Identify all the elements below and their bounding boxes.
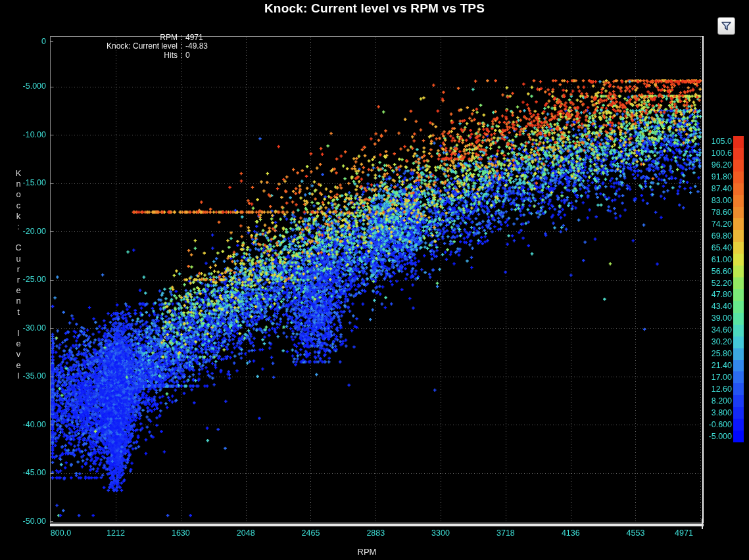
color-scale-label: 91.80 xyxy=(683,172,732,181)
color-scale-label: 69.80 xyxy=(683,231,732,241)
color-scale-label: 47.80 xyxy=(683,290,732,299)
color-scale-segment xyxy=(733,419,744,431)
x-tick-label: 1630 xyxy=(160,528,202,538)
x-tick-label: 2883 xyxy=(354,528,397,538)
color-scale-segment xyxy=(733,348,744,360)
color-scale-label: 56.60 xyxy=(683,267,732,276)
readout-label: Hits xyxy=(66,51,178,60)
readout-value: 4971 xyxy=(185,34,225,42)
color-scale-label: 78.60 xyxy=(683,208,732,217)
color-scale-label: 21.40 xyxy=(683,361,732,370)
color-scale-segment xyxy=(733,383,744,395)
x-tick-label: 4136 xyxy=(550,528,592,538)
color-scale-label: 43.40 xyxy=(683,302,732,311)
color-scale-segment xyxy=(733,254,744,266)
color-scale-segment xyxy=(733,218,744,230)
color-scale-label: 105.0 xyxy=(683,137,732,146)
color-scale-label: 34.60 xyxy=(683,325,732,335)
color-scale-segment xyxy=(733,301,744,313)
color-scale-label: -0.600 xyxy=(683,420,732,429)
color-scale-label: 74.20 xyxy=(683,220,732,229)
color-scale-label: 65.40 xyxy=(683,243,732,252)
color-scale-segment xyxy=(733,277,744,289)
chart-title: Knock: Current level vs RPM vs TPS xyxy=(0,1,749,16)
color-scale-segment xyxy=(733,195,744,207)
scatter-plot-canvas[interactable] xyxy=(0,0,749,560)
color-scale-segment xyxy=(733,148,744,160)
color-scale-label: 30.20 xyxy=(683,337,732,346)
y-tick-label: -5.000 xyxy=(3,82,46,91)
readout-label: Knock: Current level xyxy=(66,42,178,51)
color-scale-segment xyxy=(733,183,744,195)
color-scale xyxy=(733,136,744,442)
color-scale-segment xyxy=(733,172,744,183)
color-scale-segment xyxy=(733,313,744,325)
color-scale-label: 17.00 xyxy=(683,373,732,382)
color-scale-segment xyxy=(733,407,744,419)
x-tick-label: 1212 xyxy=(95,528,137,538)
color-scale-segment xyxy=(733,266,744,277)
readout-separator: : xyxy=(179,34,184,42)
color-scale-segment xyxy=(733,431,744,442)
color-scale-segment xyxy=(733,136,744,148)
x-tick-label: 4971 xyxy=(663,528,705,538)
x-tick-label: 2465 xyxy=(289,528,331,538)
readout-separator: : xyxy=(179,51,184,60)
color-scale-label: 61.00 xyxy=(683,255,732,264)
color-scale-label: 96.20 xyxy=(683,160,732,170)
y-tick-label: -45.00 xyxy=(3,468,46,477)
color-scale-label: 83.00 xyxy=(683,196,732,205)
color-scale-label: 25.80 xyxy=(683,349,732,358)
y-tick-label: -50.00 xyxy=(3,517,46,526)
x-tick-label: 2048 xyxy=(225,528,267,538)
color-scale-segment xyxy=(733,337,744,348)
x-tick-label: 4553 xyxy=(614,528,656,538)
y-tick-label: -10.00 xyxy=(3,130,46,139)
x-tick-label: 800.0 xyxy=(40,528,82,538)
readout-label: RPM xyxy=(66,34,178,42)
color-scale-segment xyxy=(733,207,744,219)
color-scale-label: -5.000 xyxy=(683,432,732,441)
color-scale-label: 8.200 xyxy=(683,396,732,406)
color-scale-segment xyxy=(733,230,744,242)
x-axis-title: RPM xyxy=(347,547,387,557)
cursor-readout: RPM : 4971 Knock: Current level : -49.83… xyxy=(66,34,225,60)
color-scale-segment xyxy=(733,325,744,337)
y-tick-label: -25.00 xyxy=(3,275,46,284)
color-scale-segment xyxy=(733,395,744,407)
color-scale-segment xyxy=(733,289,744,301)
y-tick-label: -15.00 xyxy=(3,178,46,187)
color-scale-segment xyxy=(733,160,744,172)
color-scale-label: 3.800 xyxy=(683,408,732,417)
y-tick-label: -20.00 xyxy=(3,227,46,236)
filter-funnel-icon xyxy=(721,20,732,32)
y-tick-label: -35.00 xyxy=(3,371,46,381)
knock-scatter-window: { "readout": { "separator": ":", "rows":… xyxy=(0,0,749,560)
readout-value: -49.83 xyxy=(185,42,225,51)
color-scale-label: 100.6 xyxy=(683,149,732,158)
color-scale-label: 52.20 xyxy=(683,279,732,288)
x-tick-label: 3300 xyxy=(420,528,462,538)
readout-separator: : xyxy=(179,42,184,51)
color-scale-segment xyxy=(733,360,744,372)
color-scale-segment xyxy=(733,371,744,383)
y-tick-label: -30.00 xyxy=(3,323,46,333)
filter-button[interactable] xyxy=(717,17,735,35)
color-scale-label: 87.40 xyxy=(683,184,732,193)
readout-value: 0 xyxy=(185,51,225,60)
y-tick-label: 0 xyxy=(3,37,46,46)
color-scale-label: 39.00 xyxy=(683,314,732,323)
y-tick-label: -40.00 xyxy=(3,420,46,429)
x-tick-label: 3718 xyxy=(485,528,527,538)
color-scale-label: 12.60 xyxy=(683,385,732,394)
color-scale-segment xyxy=(733,242,744,254)
